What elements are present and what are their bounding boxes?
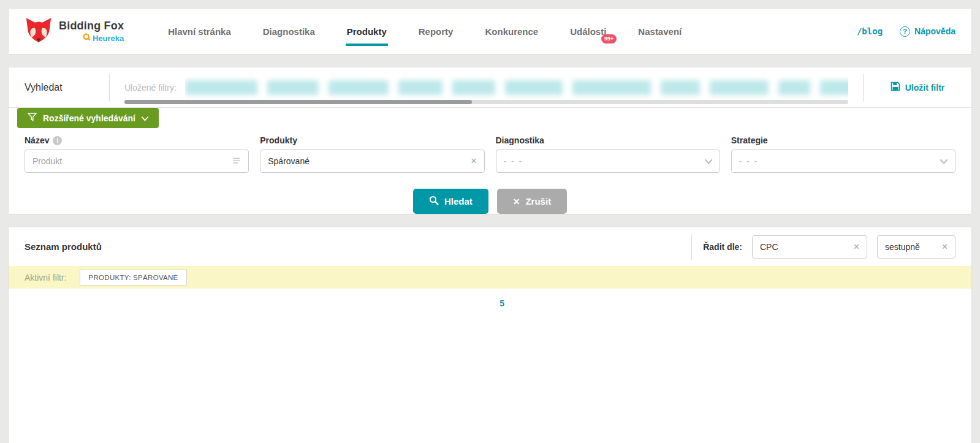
nav-item-konkurence[interactable]: Konkurence (485, 26, 538, 37)
sort-area: Řadit dle: CPC × sestupně × (691, 234, 955, 260)
search-button-label: Hledat (444, 196, 473, 206)
nav-item-label: Události (570, 26, 606, 37)
pagination: « První ‹ Předchozí 12345678 Následující… (9, 289, 971, 443)
cancel-button[interactable]: ✕ Zrušit (497, 189, 567, 214)
nav-item-hlavní-stránka[interactable]: Hlavní stránka (168, 26, 231, 37)
field-diagnostika: Diagnostika - - - (496, 135, 720, 173)
active-filter-label: Aktivní filtr: (25, 273, 66, 282)
diagnostics-select[interactable]: - - - (496, 150, 720, 173)
nav-item-diagnostika[interactable]: Diagnostika (263, 26, 315, 37)
filter-funnel-icon (28, 113, 37, 123)
advanced-search-button[interactable]: Rozšířené vyhledávání (17, 108, 159, 128)
search-title: Vyhledat (25, 82, 109, 93)
nav-item-nastavení[interactable]: Nastavení (638, 26, 682, 37)
sort-field-value: CPC (760, 242, 778, 252)
input-list-icon (233, 156, 241, 167)
save-filter-label: Uložit filtr (905, 83, 945, 93)
help-link[interactable]: ? Nápověda (900, 26, 955, 37)
active-filter-chip[interactable]: PRODUKTY: SPÁROVANÉ (80, 270, 186, 286)
heureka-q-icon (83, 33, 91, 43)
brand-logo[interactable]: Bidding Fox Heureka (25, 17, 124, 46)
nav-item-label: Nastavení (638, 26, 682, 37)
save-filter-button[interactable]: Uložit filtr (864, 81, 971, 93)
advanced-search-label: Rozšířené vyhledávání (43, 113, 135, 123)
info-icon[interactable]: i (53, 136, 62, 145)
top-navigation: Bidding Fox Heureka Hlavní stránkaDiagno… (9, 9, 971, 54)
pagination-page-4[interactable]: 4 (0, 298, 470, 443)
clear-icon[interactable]: × (854, 242, 859, 252)
diagnostika-label: Diagnostika (496, 135, 544, 145)
field-produkty: Produkty Spárované × (260, 135, 484, 173)
field-nazev: Název i (25, 135, 249, 173)
nav-item-reporty[interactable]: Reporty (419, 26, 454, 37)
search-submit-button[interactable]: Hledat (413, 189, 488, 214)
horizontal-scrollbar[interactable] (124, 100, 848, 104)
products-panel: Seznam produktů Řadit dle: CPC × sestupn… (9, 227, 971, 443)
sort-direction-value: sestupně (885, 242, 920, 252)
chevron-down-icon[interactable] (705, 156, 712, 167)
diagnostics-placeholder: - - - (504, 156, 523, 166)
nav-item-label: Hlavní stránka (168, 26, 231, 37)
nav-item-label: Konkurence (485, 26, 538, 37)
pagination-page-5[interactable]: 5 (491, 298, 980, 443)
cancel-button-label: Zrušit (525, 196, 551, 206)
product-name-input[interactable] (32, 156, 233, 166)
scrollbar-thumb[interactable] (124, 100, 472, 104)
sort-label: Řadit dle: (703, 242, 742, 252)
saved-filters-area: Uložené filtry: (110, 67, 863, 107)
search-panel: Vyhledat Uložené filtry: (9, 67, 971, 214)
nav-item-label: Produkty (347, 26, 387, 37)
list-title: Seznam produktů (25, 241, 102, 252)
redacted-filter-chip[interactable] (185, 80, 257, 95)
chevron-down-icon (142, 113, 148, 123)
redacted-filter-chip[interactable] (452, 80, 495, 95)
page: Bidding Fox Heureka Hlavní stránkaDiagno… (0, 0, 980, 443)
products-filter-value: Spárované (268, 156, 310, 166)
products-filter-select[interactable]: Spárované × (260, 150, 484, 173)
redacted-filter-chip[interactable] (572, 80, 651, 95)
blog-link[interactable]: /blog (857, 26, 883, 36)
clear-icon[interactable]: × (471, 156, 476, 166)
clear-icon[interactable]: × (942, 242, 948, 252)
redacted-filter-chip[interactable] (710, 80, 769, 95)
sort-field-select[interactable]: CPC × (752, 235, 867, 259)
redacted-filter-chip[interactable] (267, 80, 319, 95)
floppy-disk-icon (891, 81, 900, 93)
nav-right: /blog ? Nápověda (857, 26, 955, 37)
question-circle-icon: ? (900, 26, 910, 37)
nav-item-label: Diagnostika (263, 26, 315, 37)
list-header: Seznam produktů Řadit dle: CPC × sestupn… (9, 227, 971, 266)
produkty-label: Produkty (260, 135, 297, 145)
redacted-filter-chip[interactable] (661, 80, 700, 95)
search-header: Vyhledat Uložené filtry: (9, 67, 971, 108)
brand-subtitle-text: Heureka (93, 34, 124, 43)
strategy-placeholder: - - - (739, 156, 759, 166)
chevron-down-icon[interactable] (940, 156, 948, 167)
nav-item-label: Reporty (419, 26, 454, 37)
search-icon (429, 195, 439, 207)
brand-text: Bidding Fox Heureka (59, 20, 124, 43)
redacted-filter-chip[interactable] (329, 80, 389, 95)
field-strategie: Strategie - - - (731, 135, 955, 173)
form-actions: Hledat ✕ Zrušit (9, 189, 971, 214)
search-form: Název i Produkty Spárované × Diagno (25, 135, 955, 173)
nazev-label: Název (25, 135, 49, 145)
help-label: Nápověda (914, 26, 955, 36)
nav-items: Hlavní stránkaDiagnostikaProduktyReporty… (168, 26, 682, 37)
redacted-filter-chip[interactable] (778, 80, 810, 95)
strategy-select[interactable]: - - - (731, 150, 955, 173)
divider (691, 234, 692, 260)
saved-filters-label: Uložené filtry: (124, 83, 177, 93)
nav-item-produkty[interactable]: Produkty (347, 26, 387, 37)
x-icon: ✕ (513, 197, 520, 206)
redacted-filter-chip[interactable] (820, 80, 848, 95)
nav-item-události[interactable]: Události99+ (570, 26, 606, 37)
sort-direction-select[interactable]: sestupně × (877, 235, 955, 259)
active-filter-bar: Aktivní filtr: PRODUKTY: SPÁROVANÉ (9, 266, 971, 289)
redacted-filter-chip[interactable] (505, 80, 563, 95)
nazev-input-box (25, 150, 249, 173)
brand-title: Bidding Fox (59, 20, 124, 32)
strategie-label: Strategie (731, 135, 768, 145)
events-count-badge: 99+ (601, 34, 617, 44)
redacted-filter-chip[interactable] (398, 80, 443, 95)
